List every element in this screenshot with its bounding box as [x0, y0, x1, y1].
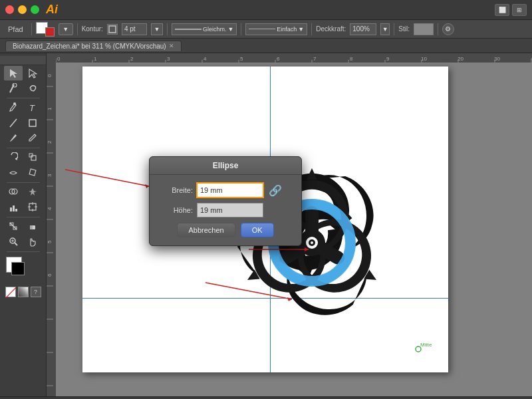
- pen-tool[interactable]: [4, 100, 23, 115]
- tool-row-8: [4, 185, 42, 200]
- ok-button[interactable]: OK: [241, 223, 274, 237]
- tool-row-4: [4, 116, 42, 130]
- tool-row-3: T: [4, 100, 42, 115]
- zoom-tool[interactable]: [4, 235, 23, 249]
- link-icon[interactable]: 🔗: [269, 184, 282, 197]
- settings-icon[interactable]: ⚙: [442, 23, 454, 35]
- gradient-icon[interactable]: [18, 287, 29, 297]
- color-picker-icon[interactable]: ?: [31, 287, 41, 297]
- svg-text:Mittelpunkt: Mittelpunkt: [420, 342, 432, 348]
- svg-point-85: [311, 241, 313, 244]
- svg-text:4: 4: [47, 207, 53, 210]
- stroke-swatch[interactable]: [11, 262, 25, 275]
- svg-rect-15: [15, 209, 17, 211]
- svg-text:2: 2: [47, 140, 53, 144]
- direct-selection-tool[interactable]: [23, 66, 42, 80]
- breite-input[interactable]: [197, 183, 263, 198]
- document-tab[interactable]: Biohazard_Zeichen.ai* bei 311 % (CMYK/Vo…: [5, 41, 182, 51]
- tool-row-1: [4, 66, 42, 80]
- rotate-tool[interactable]: [4, 150, 23, 165]
- tool-row-10: [4, 219, 42, 234]
- svg-text:0: 0: [47, 74, 53, 77]
- left-toolbar: T: [0, 53, 47, 396]
- svg-rect-0: [109, 26, 116, 33]
- deckkraft-input[interactable]: [350, 23, 376, 35]
- paintbrush-tool[interactable]: [4, 131, 23, 146]
- svg-text:3: 3: [47, 174, 53, 177]
- tool-row-9: [4, 200, 42, 215]
- scale-tool[interactable]: [23, 150, 42, 165]
- rectangle-tool[interactable]: [23, 116, 42, 130]
- svg-rect-25: [30, 225, 33, 229]
- stroke-style-btn[interactable]: ▼: [59, 23, 73, 35]
- tab-filename: Biohazard_Zeichen.ai* bei 311 % (CMYK/Vo…: [13, 43, 166, 50]
- stil-label: Stil:: [398, 25, 410, 33]
- eraser-tool[interactable]: [23, 219, 42, 234]
- hoehe-row: Höhe:: [160, 203, 291, 217]
- kontur-dropdown[interactable]: ▼: [151, 23, 163, 35]
- color-swatches: [6, 257, 41, 282]
- no-fill-icon[interactable]: [5, 287, 16, 297]
- stil-swatch[interactable]: [414, 23, 434, 35]
- line-tool[interactable]: [4, 116, 23, 130]
- svg-line-27: [15, 243, 17, 245]
- fill-stroke-icons: ?: [5, 287, 41, 297]
- svg-line-1: [10, 84, 14, 92]
- toolbar: Pfad ▼ Kontur: ▼ Gleichm. ▼ Einfach ▼ De…: [0, 20, 532, 39]
- hoehe-input[interactable]: [197, 203, 263, 217]
- stroke-end-style[interactable]: Einfach ▼: [245, 23, 307, 35]
- tool-separator-5: [7, 251, 40, 252]
- live-paint-tool[interactable]: [23, 185, 42, 200]
- dialog-buttons: Abbrechen OK: [160, 223, 291, 237]
- gleichm-label: Gleichm.: [203, 26, 227, 33]
- svg-rect-14: [13, 205, 15, 211]
- dialog-body: Breite: 🔗 Höhe: Abbrechen OK: [150, 175, 301, 245]
- svg-line-5: [10, 119, 17, 127]
- close-button[interactable]: [5, 5, 14, 14]
- hoehe-label: Höhe:: [160, 206, 193, 214]
- dialog-title: Ellipse: [150, 157, 301, 175]
- slice-tool[interactable]: [4, 219, 23, 234]
- tool-separator-1: [7, 98, 40, 98]
- maximize-button[interactable]: [31, 5, 39, 14]
- svg-marker-7: [15, 158, 17, 160]
- column-graph-tool[interactable]: [4, 200, 23, 215]
- kontur-icon: [107, 24, 118, 35]
- stroke-color-picker[interactable]: [36, 22, 55, 37]
- type-tool[interactable]: T: [23, 100, 42, 115]
- svg-rect-13: [10, 207, 12, 211]
- svg-rect-59: [47, 53, 56, 396]
- shape-builder-tool[interactable]: [4, 185, 23, 200]
- hand-tool[interactable]: [23, 235, 42, 249]
- cancel-button[interactable]: Abbrechen: [177, 223, 235, 237]
- pencil-tool[interactable]: [23, 131, 42, 146]
- svg-rect-8: [31, 156, 36, 160]
- deckkraft-dropdown[interactable]: ▼: [380, 23, 390, 35]
- magic-wand-tool[interactable]: [4, 81, 23, 96]
- ellipse-dialog: Ellipse Breite: 🔗 Höhe: Abbrechen OK: [149, 156, 302, 246]
- view-icon[interactable]: ⊞: [512, 4, 527, 16]
- titlebar-icons: ⬜ ⊞: [495, 4, 527, 16]
- breite-row: Breite: 🔗: [160, 183, 291, 198]
- lasso-tool[interactable]: [23, 81, 42, 96]
- free-transform-tool[interactable]: [23, 166, 42, 180]
- tool-row-11: [4, 235, 42, 249]
- canvas-content: Mittelpunkt Ellipse Breite: 🔗 Höhe:: [56, 53, 532, 396]
- kontur-value-input[interactable]: [122, 23, 147, 35]
- artboard-tool[interactable]: [23, 200, 42, 215]
- stroke-line-style[interactable]: Gleichm. ▼: [172, 23, 237, 35]
- minimize-button[interactable]: [18, 5, 27, 14]
- svg-text:T: T: [29, 103, 35, 113]
- tool-row-2: [4, 81, 42, 96]
- tool-separator-3: [7, 182, 40, 183]
- tool-row-7: [4, 166, 42, 180]
- einfach-label: Einfach: [277, 26, 297, 33]
- window-controls: [5, 5, 39, 14]
- tab-close-icon[interactable]: ✕: [169, 43, 174, 49]
- selection-tool[interactable]: [4, 66, 23, 80]
- pfad-label: Pfad: [4, 25, 27, 33]
- warp-tool[interactable]: [4, 166, 23, 180]
- doc-icon[interactable]: ⬜: [495, 4, 509, 16]
- kontur-label: Kontur:: [82, 25, 103, 33]
- app-logo: Ai: [46, 3, 58, 17]
